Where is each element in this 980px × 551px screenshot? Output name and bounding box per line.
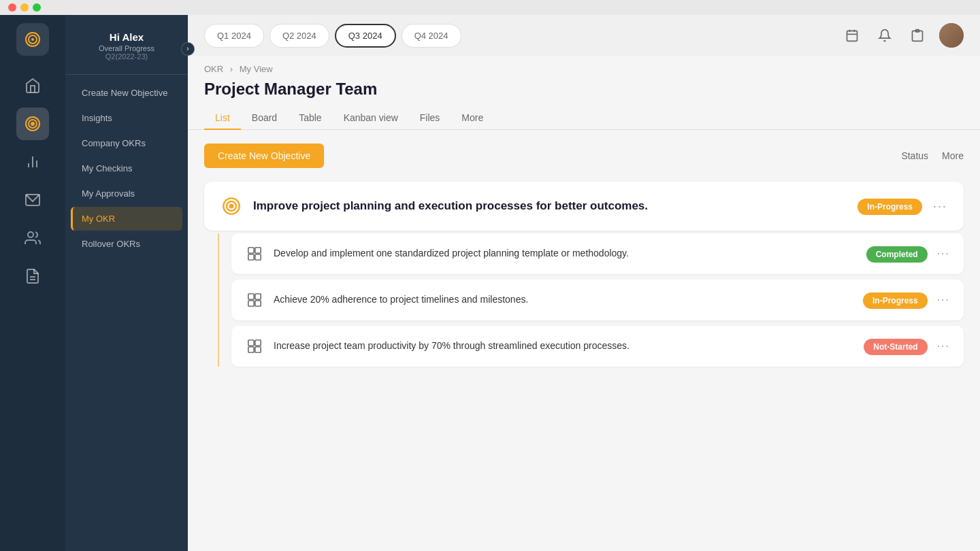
- breadcrumb-myview: My View: [240, 64, 273, 74]
- kr-icon-2: [245, 290, 264, 310]
- kr-status-badge-1: Completed: [866, 246, 928, 263]
- key-result-2: Achieve 20% adherence to project timelin…: [231, 280, 964, 320]
- tab-more[interactable]: More: [451, 107, 494, 130]
- kr-menu-button-2[interactable]: ···: [937, 294, 950, 306]
- page-area: OKR › My View Project Manager Team List …: [188, 56, 980, 551]
- top-bar-icons: [841, 23, 964, 48]
- objective-menu-button[interactable]: ···: [933, 199, 947, 214]
- quarter-tab-q4[interactable]: Q4 2024: [402, 24, 461, 48]
- kr-status-badge-3: Not-Started: [864, 339, 927, 355]
- key-result-3: Increase project team productivity by 70…: [231, 326, 964, 367]
- user-greeting: Hi Alex: [76, 31, 177, 43]
- svg-rect-26: [255, 294, 261, 299]
- nav-item-company-okrs[interactable]: Company OKRs: [71, 131, 182, 155]
- page-title: Project Manager Team: [204, 80, 964, 99]
- nav-item-insights[interactable]: Insights: [71, 106, 182, 130]
- key-result-1: Develop and implement one standardized p…: [231, 233, 964, 274]
- objective-card: Improve project planning and execution p…: [204, 182, 964, 231]
- svg-rect-32: [255, 347, 261, 352]
- user-progress-label: Overall Progress: [76, 44, 177, 52]
- tab-files[interactable]: Files: [409, 107, 451, 130]
- key-results-list: Develop and implement one standardized p…: [204, 233, 964, 367]
- svg-rect-27: [248, 301, 254, 306]
- bell-icon[interactable]: [874, 24, 896, 46]
- svg-rect-28: [255, 301, 261, 306]
- more-actions-link[interactable]: More: [942, 150, 964, 161]
- breadcrumb-sep: ›: [230, 64, 233, 74]
- objective-status-badge: In-Progress: [858, 199, 922, 215]
- svg-point-10: [28, 232, 33, 237]
- sidebar-icon-people[interactable]: [16, 222, 49, 254]
- nav-item-my-checkins[interactable]: My Checkins: [71, 156, 182, 180]
- objective-text: Improve project planning and execution p…: [253, 198, 847, 214]
- icon-sidebar: [0, 15, 65, 551]
- app-logo: [16, 23, 49, 56]
- objective-status: In-Progress: [858, 200, 922, 212]
- svg-point-20: [230, 205, 233, 208]
- objective-target-icon: [220, 195, 242, 217]
- nav-item-my-approvals[interactable]: My Approvals: [71, 182, 182, 205]
- breadcrumb: OKR › My View: [188, 56, 980, 74]
- kr-status-1: Completed: [866, 248, 928, 260]
- nav-item-rollover-okrs[interactable]: Rollover OKRs: [71, 232, 182, 256]
- kr-icon-1: [245, 244, 264, 263]
- kr-status-2: In-Progress: [863, 294, 928, 306]
- kr-status-3: Not-Started: [864, 340, 927, 352]
- window-dot-yellow[interactable]: [20, 3, 29, 12]
- sidebar-icon-home[interactable]: [16, 69, 49, 102]
- status-label: Status: [901, 150, 928, 161]
- svg-point-5: [31, 122, 34, 125]
- user-info: Hi Alex Overall Progress Q2(2022-23) ›: [65, 23, 188, 75]
- calendar-icon[interactable]: [841, 24, 863, 46]
- quarter-tab-q2[interactable]: Q2 2024: [270, 24, 329, 48]
- svg-rect-21: [248, 248, 254, 253]
- svg-rect-22: [255, 248, 261, 253]
- quarter-tabs: Q1 2024 Q2 2024 Q3 2024 Q4 2024: [204, 24, 461, 48]
- clipboard-icon[interactable]: [906, 24, 928, 46]
- svg-rect-25: [248, 294, 254, 299]
- user-avatar[interactable]: [939, 23, 964, 48]
- kr-text-1: Develop and implement one standardized p…: [274, 247, 857, 261]
- sidebar-icon-okr[interactable]: [16, 107, 49, 140]
- action-bar-right: Status More: [901, 150, 964, 161]
- page-header: Project Manager Team: [188, 74, 980, 99]
- sidebar-icon-report[interactable]: [16, 260, 49, 293]
- kr-text-2: Achieve 20% adherence to project timelin…: [274, 293, 853, 307]
- svg-rect-30: [255, 340, 261, 346]
- svg-rect-31: [248, 347, 254, 352]
- tab-kanban[interactable]: Kanban view: [333, 107, 409, 130]
- quarter-tab-q1[interactable]: Q1 2024: [204, 24, 264, 48]
- svg-rect-23: [248, 254, 254, 260]
- action-bar: Create New Objective Status More: [204, 144, 964, 168]
- kr-menu-button-3[interactable]: ···: [937, 340, 950, 352]
- sidebar-collapse-btn[interactable]: ›: [181, 42, 195, 56]
- sidebar-icon-chart[interactable]: [16, 146, 49, 178]
- svg-rect-24: [255, 254, 261, 260]
- content-area: Create New Objective Status More: [188, 130, 980, 551]
- kr-icon-3: [245, 337, 264, 356]
- user-period: Q2(2022-23): [76, 52, 177, 61]
- tab-board[interactable]: Board: [241, 107, 288, 130]
- view-tabs: List Board Table Kanban view Files More: [188, 99, 980, 130]
- tab-table[interactable]: Table: [288, 107, 332, 130]
- quarter-tab-q3[interactable]: Q3 2024: [335, 24, 396, 48]
- window-dot-green[interactable]: [33, 3, 41, 12]
- svg-rect-13: [847, 31, 858, 41]
- nav-item-my-okr[interactable]: My OKR: [71, 207, 182, 231]
- kr-text-3: Increase project team productivity by 70…: [274, 339, 854, 353]
- window-dot-red[interactable]: [8, 3, 16, 12]
- kr-status-badge-2: In-Progress: [863, 293, 928, 309]
- kr-menu-button-1[interactable]: ···: [937, 248, 950, 260]
- breadcrumb-okr: OKR: [204, 64, 223, 74]
- nav-item-create-objective[interactable]: Create New Objective: [71, 81, 182, 105]
- top-bar: Q1 2024 Q2 2024 Q3 2024 Q4 2024: [188, 15, 980, 56]
- svg-rect-29: [248, 340, 254, 346]
- sidebar-icon-email[interactable]: [16, 184, 49, 216]
- nav-sidebar: Hi Alex Overall Progress Q2(2022-23) › C…: [65, 15, 188, 551]
- create-objective-button[interactable]: Create New Objective: [204, 144, 324, 168]
- svg-point-2: [31, 38, 34, 41]
- tab-list[interactable]: List: [204, 107, 241, 130]
- main-content: Q1 2024 Q2 2024 Q3 2024 Q4 2024: [188, 15, 980, 551]
